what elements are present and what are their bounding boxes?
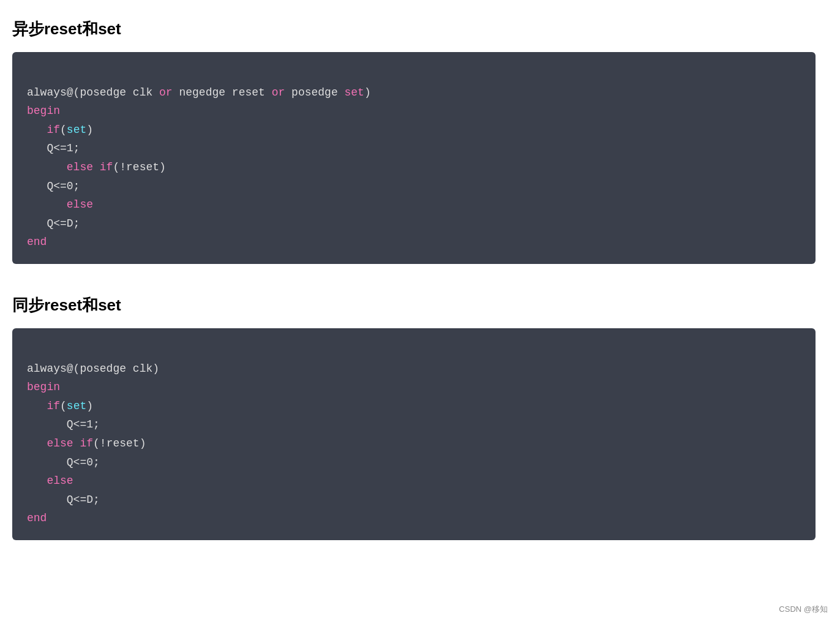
- code-async-qd: Q<=D;: [27, 217, 80, 230]
- code-block-async: always@(posedge clk or negedge reset or …: [12, 52, 816, 264]
- code-async-or1: or: [159, 86, 173, 99]
- code-async-begin: begin: [27, 105, 60, 117]
- code-async-q0: Q<=0;: [27, 180, 80, 192]
- code-sync-begin: begin: [27, 381, 60, 393]
- code-async-or2: or: [272, 86, 285, 99]
- code-sync-q0: Q<=0;: [27, 456, 100, 469]
- code-async-paren: ): [364, 86, 371, 99]
- section2-title: 同步reset和set: [12, 295, 816, 316]
- footer-brand: CSDN @移知: [779, 604, 828, 615]
- code-async-negedge: negedge reset: [173, 86, 272, 99]
- code-async-if1-close: ): [86, 124, 93, 136]
- code-async-indent2: [27, 161, 67, 173]
- code-sync-else: else: [47, 475, 73, 487]
- code-async-indent3: [27, 198, 67, 211]
- code-async-else-if: else if: [67, 161, 113, 173]
- code-sync-if1-paren: (: [60, 400, 67, 412]
- code-sync-if1: if: [47, 400, 60, 412]
- code-async-set1: set: [345, 86, 364, 99]
- code-async-else: else: [67, 198, 93, 211]
- code-block-sync: always@(posedge clk) begin if(set) Q<=1;…: [12, 328, 816, 540]
- code-sync-reset-cond: (!reset): [93, 437, 146, 450]
- code-async-q1: Q<=1;: [27, 142, 80, 154]
- code-async-if1-paren: (: [60, 124, 67, 136]
- code-sync-set: set: [67, 400, 86, 412]
- code-sync-end: end: [27, 512, 47, 524]
- code-async-reset-cond: (!reset): [113, 161, 165, 173]
- code-sync-else-if: else if: [47, 437, 93, 450]
- code-sync-if1-close: ): [86, 400, 93, 412]
- code-async-always: always@(posedge clk: [27, 86, 159, 99]
- code-sync-indent2: [27, 437, 47, 450]
- code-sync-indent3: [27, 475, 47, 487]
- code-sync-indent1: [27, 400, 47, 412]
- code-async-posedge-set: posedge: [285, 86, 344, 99]
- code-sync-q1: Q<=1;: [27, 418, 100, 431]
- code-sync-always: always@(posedge clk): [27, 363, 159, 375]
- code-sync-qd: Q<=D;: [27, 494, 100, 506]
- code-async-set2: set: [67, 124, 86, 136]
- code-async-end: end: [27, 236, 47, 248]
- section1-title: 异步reset和set: [12, 18, 816, 40]
- code-async-indent1: [27, 124, 47, 136]
- code-async-if1: if: [47, 124, 60, 136]
